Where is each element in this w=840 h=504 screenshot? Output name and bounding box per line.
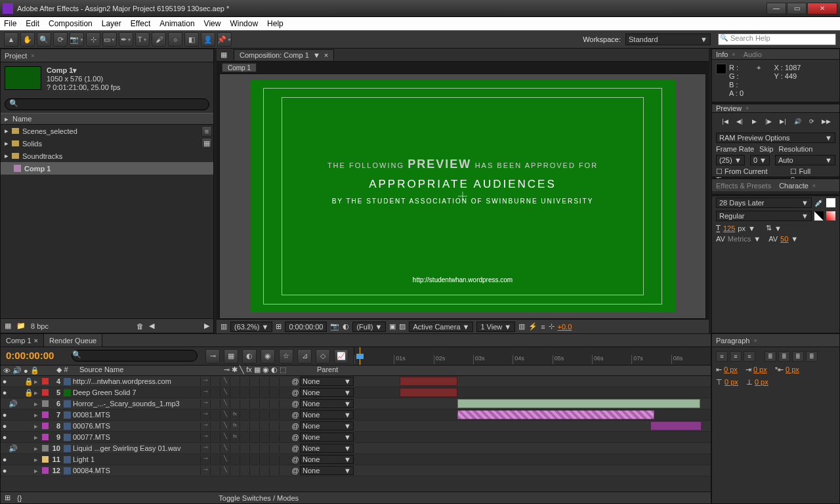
eraser-tool[interactable]: ◧ bbox=[184, 32, 199, 47]
swap-colors-icon[interactable] bbox=[826, 211, 835, 220]
new-folder-icon[interactable]: 📁 bbox=[16, 322, 26, 330]
fill-color-swatch[interactable] bbox=[826, 198, 835, 207]
preview-tab[interactable]: Preview bbox=[716, 104, 742, 112]
last-frame-icon[interactable]: ▶| bbox=[778, 117, 788, 126]
stroke-color-swatch[interactable] bbox=[814, 211, 824, 220]
clone-tool[interactable]: ⟐ bbox=[168, 32, 182, 47]
menu-file[interactable]: File bbox=[4, 19, 16, 28]
paragraph-tab[interactable]: Paragraph bbox=[716, 337, 749, 345]
font-size-value[interactable]: 125 bbox=[723, 224, 735, 232]
motion-blur-icon[interactable]: ◉ bbox=[261, 349, 275, 364]
snapshot-icon[interactable]: 📷 bbox=[330, 322, 339, 331]
roto-tool[interactable]: 👤 bbox=[201, 32, 215, 47]
selection-tool[interactable]: ▲ bbox=[4, 32, 18, 47]
parent-select[interactable]: None▼ bbox=[300, 377, 354, 386]
effects-tab[interactable]: Effects & Presets bbox=[716, 182, 771, 190]
menu-window[interactable]: Window bbox=[230, 19, 258, 28]
project-item-folder[interactable]: ▸Scenes_selected bbox=[1, 125, 213, 137]
timeline-tab-render[interactable]: Render Queue bbox=[44, 334, 102, 346]
menu-help[interactable]: Help bbox=[267, 19, 284, 28]
menu-composition[interactable]: Composition bbox=[49, 19, 93, 28]
interpret-icon[interactable]: ≡ bbox=[201, 126, 212, 136]
close-button[interactable]: ✕ bbox=[807, 3, 837, 14]
new-bin-icon[interactable]: ▦ bbox=[5, 322, 11, 330]
roi-icon[interactable]: ▣ bbox=[389, 322, 396, 331]
play-icon[interactable]: ▶ bbox=[749, 117, 759, 126]
brainstorm-icon[interactable]: ☆ bbox=[279, 349, 293, 364]
flowchart-icon[interactable]: ⊹ bbox=[549, 322, 555, 331]
menu-view[interactable]: View bbox=[204, 19, 221, 28]
trash-icon[interactable]: 🗑 bbox=[136, 322, 144, 330]
bpc-toggle[interactable]: 8 bpc bbox=[31, 322, 49, 330]
time-ruler[interactable]: 01s02s03s04s05s06s07s08s bbox=[354, 347, 711, 365]
comp-nested-tab[interactable]: Comp 1 bbox=[222, 63, 257, 72]
menu-layer[interactable]: Layer bbox=[102, 19, 121, 28]
timecode-display[interactable]: 0:00:00:00 bbox=[285, 322, 327, 332]
type-tool[interactable]: T▼ bbox=[135, 32, 150, 47]
align-left-icon[interactable]: ≡ bbox=[716, 351, 728, 362]
parent-select[interactable]: None▼ bbox=[300, 466, 354, 475]
toggle-switches-button[interactable]: Toggle Switches / Modes bbox=[219, 494, 299, 502]
justify-center-icon[interactable]: ≣ bbox=[778, 351, 790, 362]
composition-viewer[interactable]: THE FOLLOWING PREVIEW HAS BEEN APPROVED … bbox=[219, 74, 706, 319]
layer-bar[interactable] bbox=[650, 421, 702, 430]
skip-select[interactable]: 0▼ bbox=[750, 155, 770, 165]
font-family-select[interactable]: 28 Days Later▼ bbox=[716, 198, 812, 208]
maximize-button[interactable]: ▭ bbox=[787, 3, 807, 14]
rotation-tool[interactable]: ⟳ bbox=[53, 32, 68, 47]
shy-icon[interactable]: ⊸ bbox=[205, 349, 220, 364]
project-item-folder[interactable]: ▸Solids bbox=[1, 137, 213, 150]
transparency-grid-icon[interactable]: ▨ bbox=[399, 322, 406, 331]
parent-select[interactable]: None▼ bbox=[300, 410, 354, 419]
parent-select[interactable]: None▼ bbox=[300, 388, 354, 397]
view-select[interactable]: 1 View▼ bbox=[476, 322, 515, 332]
project-item-comp[interactable]: Comp 1 bbox=[1, 162, 213, 175]
timeline-icon[interactable]: ≡ bbox=[541, 323, 545, 331]
align-right-icon[interactable]: ≡ bbox=[744, 351, 755, 362]
magnification-select[interactable]: (63.2%)▼ bbox=[230, 322, 272, 332]
audio-tab[interactable]: Audio bbox=[744, 51, 762, 58]
menu-effect[interactable]: Effect bbox=[131, 19, 150, 28]
pixel-aspect-icon[interactable]: ▥ bbox=[518, 322, 525, 331]
current-timecode[interactable]: 0:00:00:00 bbox=[1, 347, 69, 365]
parent-select[interactable]: None▼ bbox=[300, 432, 354, 442]
workspace-select[interactable]: Standard▼ bbox=[625, 33, 711, 45]
layer-switches-icon[interactable]: {} bbox=[17, 494, 22, 502]
timeline-tab-comp[interactable]: Comp 1× bbox=[1, 334, 44, 346]
view-layout-icon[interactable]: ⊞ bbox=[276, 322, 282, 331]
zoom-tool[interactable]: 🔍 bbox=[37, 32, 51, 47]
mute-icon[interactable]: 🔊 bbox=[792, 117, 803, 126]
justify-left-icon[interactable]: ≣ bbox=[765, 351, 776, 362]
toggle-switches-icon[interactable]: ⊞ bbox=[5, 494, 10, 502]
draft3d-icon[interactable]: ▦ bbox=[224, 349, 238, 364]
layer-bar[interactable] bbox=[457, 410, 654, 419]
align-center-icon[interactable]: ≡ bbox=[730, 351, 742, 362]
eyedropper-icon[interactable]: 💉 bbox=[814, 199, 824, 207]
framerate-select[interactable]: (25)▼ bbox=[716, 155, 745, 165]
brush-tool[interactable]: 🖌 bbox=[152, 32, 166, 47]
exposure-value[interactable]: +0.0 bbox=[558, 323, 572, 331]
justify-all-icon[interactable]: ≣ bbox=[806, 351, 818, 362]
graph-icon[interactable]: 📈 bbox=[334, 349, 348, 364]
parent-select[interactable]: None▼ bbox=[300, 444, 354, 453]
pen-tool[interactable]: ✒▼ bbox=[119, 32, 133, 47]
parent-select[interactable]: None▼ bbox=[300, 455, 354, 464]
graph-editor-icon[interactable]: ⊿ bbox=[297, 349, 312, 364]
layer-bar[interactable] bbox=[457, 399, 700, 408]
menu-edit[interactable]: Edit bbox=[26, 19, 39, 28]
auto-keyframe-icon[interactable]: ◇ bbox=[316, 349, 330, 364]
character-tab[interactable]: Characte bbox=[779, 182, 808, 190]
minimize-button[interactable]: — bbox=[766, 3, 786, 14]
font-style-select[interactable]: Regular▼ bbox=[716, 211, 812, 221]
camera-tool[interactable]: 📷▼ bbox=[70, 32, 84, 47]
loop-icon[interactable]: ⟳ bbox=[807, 117, 817, 126]
menu-animation[interactable]: Animation bbox=[159, 19, 194, 28]
project-search[interactable]: 🔍 bbox=[5, 98, 209, 110]
fast-previews-icon[interactable]: ⚡ bbox=[528, 322, 537, 331]
timeline-search[interactable]: 🔍 bbox=[72, 350, 198, 362]
preview-res-select[interactable]: Auto▼ bbox=[775, 155, 835, 165]
composition-tab[interactable]: Composition: Comp 1 ▼× bbox=[234, 49, 334, 60]
frame-blend-icon[interactable]: ◐ bbox=[242, 349, 257, 364]
justify-right-icon[interactable]: ≣ bbox=[792, 351, 804, 362]
prev-arrow-icon[interactable]: ◀ bbox=[149, 322, 154, 330]
